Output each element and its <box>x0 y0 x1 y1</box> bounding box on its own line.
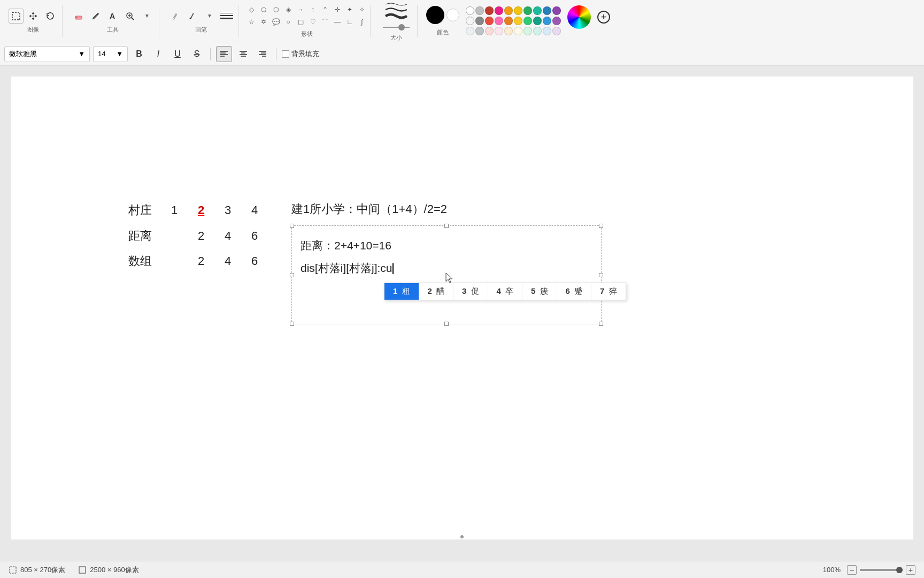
color-orange2[interactable] <box>504 17 513 25</box>
font-size-select[interactable]: 14 ▼ <box>93 46 128 62</box>
color-light7[interactable] <box>523 27 532 35</box>
color-light4[interactable] <box>495 27 503 35</box>
angle-shape[interactable]: ∟ <box>344 16 356 28</box>
add-color-button[interactable]: + <box>597 11 610 24</box>
round-rect-shape[interactable]: ▢ <box>295 16 306 28</box>
select-rect-tool[interactable] <box>9 9 24 24</box>
color-yellow1[interactable] <box>514 6 522 15</box>
color-wheel[interactable] <box>567 5 591 29</box>
up-arrow-shape[interactable]: ↑ <box>307 4 319 16</box>
handle-tl[interactable] <box>290 224 294 228</box>
cross-shape[interactable]: ✛ <box>332 4 343 16</box>
diamond-shape[interactable]: ◇ <box>245 4 257 16</box>
color-light2[interactable] <box>475 27 484 35</box>
zoom-slider[interactable] <box>860 569 903 571</box>
pentagon-shape[interactable]: ⬠ <box>258 4 270 16</box>
handle-bl[interactable] <box>290 322 294 326</box>
text-box[interactable]: 距离：2+4+10=16 dis[村落i][村落j]:cu <box>291 225 602 324</box>
color-light8[interactable] <box>533 27 542 35</box>
color-green1[interactable] <box>523 6 532 15</box>
align-center-button[interactable] <box>235 46 251 62</box>
color-gray2[interactable] <box>475 17 484 25</box>
color-green2[interactable] <box>523 17 532 25</box>
village-table: 村庄 1 2 3 4 距离 2 4 6 数组 2 4 6 <box>128 200 267 276</box>
star4-shape[interactable]: ✦ <box>344 4 356 16</box>
align-right-button[interactable] <box>255 46 271 62</box>
item-num-0: 1 <box>393 286 397 295</box>
color-teal2[interactable] <box>533 17 542 25</box>
color-white2[interactable] <box>466 17 474 25</box>
color-red1[interactable] <box>485 6 494 15</box>
color-purple1[interactable] <box>552 6 561 15</box>
zoom-out-button[interactable]: − <box>847 565 857 575</box>
rhombus-shape[interactable]: ◈ <box>282 4 294 16</box>
arrow-shape[interactable]: → <box>295 4 306 16</box>
heart-shape[interactable]: ♡ <box>307 16 319 28</box>
zoom-in-button[interactable]: + <box>906 565 915 575</box>
autocomplete-item-5[interactable]: 6 蹙 <box>557 283 592 300</box>
zoom-tool[interactable] <box>122 9 137 24</box>
primary-color[interactable] <box>426 6 444 24</box>
tools-expand[interactable]: ▼ <box>140 9 155 24</box>
brush-expand[interactable]: ▼ <box>202 9 217 24</box>
bubble-shape[interactable]: ○ <box>282 16 294 28</box>
pencil-brush[interactable] <box>168 9 183 24</box>
hexagon-shape[interactable]: ⬡ <box>270 4 282 16</box>
color-blue2[interactable] <box>543 17 551 25</box>
handle-tc[interactable] <box>444 224 449 228</box>
font-name-label: 微软雅黑 <box>9 49 37 59</box>
italic-button[interactable]: I <box>150 46 166 62</box>
pen-tool[interactable] <box>88 9 103 24</box>
font-family-select[interactable]: 微软雅黑 ▼ <box>4 46 90 62</box>
color-red2[interactable] <box>485 17 494 25</box>
bg-fill-checkbox[interactable] <box>282 50 289 58</box>
secondary-color[interactable] <box>446 9 459 21</box>
autocomplete-item-1[interactable]: 2 醋 <box>419 283 454 300</box>
color-purple2[interactable] <box>552 17 561 25</box>
color-light9[interactable] <box>543 27 551 35</box>
autocomplete-item-3[interactable]: 4 卒 <box>488 283 523 300</box>
color-gray1[interactable] <box>475 6 484 15</box>
color-pink1[interactable] <box>495 6 503 15</box>
line-shape[interactable]: — <box>332 16 343 28</box>
bold-button[interactable]: B <box>131 46 147 62</box>
color-orange1[interactable] <box>504 6 513 15</box>
handle-tr[interactable] <box>599 224 603 228</box>
strikethrough-button[interactable]: S <box>189 46 205 62</box>
color-yellow2[interactable] <box>514 17 522 25</box>
align-left-button[interactable] <box>216 46 232 62</box>
text-box-content[interactable]: 距离：2+4+10=16 dis[村落i][村落j]:cu <box>301 234 592 279</box>
handle-ml[interactable] <box>290 273 294 277</box>
color-white[interactable] <box>466 6 474 15</box>
speech-shape[interactable]: 💬 <box>270 16 282 28</box>
autocomplete-item-6[interactable]: 7 猝 <box>591 283 626 300</box>
handle-bc[interactable] <box>444 322 449 326</box>
color-light6[interactable] <box>514 27 522 35</box>
color-teal1[interactable] <box>533 6 542 15</box>
star-shape[interactable]: ✧ <box>356 4 368 16</box>
rotate-tool[interactable] <box>43 9 58 24</box>
eraser-tool[interactable] <box>71 9 86 24</box>
color-blue1[interactable] <box>543 6 551 15</box>
autocomplete-item-4[interactable]: 5 簇 <box>522 283 557 300</box>
move-tool[interactable] <box>26 9 41 24</box>
pen-brush[interactable] <box>185 9 200 24</box>
item-label-6: 猝 <box>609 286 617 295</box>
color-light3[interactable] <box>485 27 494 35</box>
autocomplete-item-2[interactable]: 3 促 <box>453 283 488 300</box>
handle-br[interactable] <box>599 322 603 326</box>
curve-shape[interactable]: ⌒ <box>319 16 331 28</box>
text-tool[interactable]: A <box>105 9 120 24</box>
autocomplete-item-0[interactable]: 1 粗 <box>384 283 419 300</box>
arc-shape[interactable]: ∫ <box>356 16 368 28</box>
underline-button[interactable]: U <box>170 46 186 62</box>
color-light10[interactable] <box>552 27 561 35</box>
star6-shape[interactable]: ✡ <box>258 16 270 28</box>
color-light5[interactable] <box>504 27 513 35</box>
zoom-slider-thumb[interactable] <box>896 567 903 573</box>
chevron-shape[interactable]: ⌃ <box>319 4 331 16</box>
star5-shape[interactable]: ☆ <box>245 16 257 28</box>
handle-mr[interactable] <box>599 273 603 277</box>
color-light1[interactable] <box>466 27 474 35</box>
color-pink2[interactable] <box>495 17 503 25</box>
